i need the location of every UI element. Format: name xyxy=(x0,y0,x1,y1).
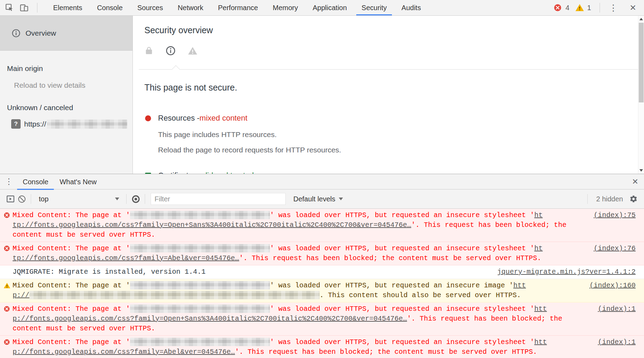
message-segment: ' was loaded over HTTPS, but requested a… xyxy=(270,211,534,219)
info-state-icon[interactable] xyxy=(165,45,176,57)
device-toolbar-icon[interactable] xyxy=(19,2,29,13)
tab-console[interactable]: Console xyxy=(90,0,130,15)
redacted-url xyxy=(130,305,270,313)
tab-performance[interactable]: Performance xyxy=(211,0,266,15)
scroll-down-icon[interactable] xyxy=(638,167,644,173)
dropdown-arrow-icon xyxy=(339,198,343,200)
drawer-menu-icon[interactable]: ⋮ xyxy=(0,177,17,186)
source-location-link[interactable]: (index):75 xyxy=(594,210,636,220)
tab-memory[interactable]: Memory xyxy=(265,0,305,15)
inspect-element-icon[interactable] xyxy=(4,2,15,13)
console-message-error: Mixed Content: The page at '' was loaded… xyxy=(0,209,644,242)
message-segment: Mixed Content: The page at ' xyxy=(13,281,130,289)
url-link[interactable]: ht xyxy=(534,244,543,252)
tab-security[interactable]: Security xyxy=(354,0,394,15)
source-location-link[interactable]: (index):160 xyxy=(589,281,636,291)
sidebar-item-overview[interactable]: Overview xyxy=(0,16,133,51)
live-expression-eye-icon[interactable] xyxy=(130,193,141,205)
dropdown-arrow-icon xyxy=(115,198,119,200)
security-headline: This page is not secure. xyxy=(144,82,644,93)
filter-input[interactable] xyxy=(151,193,286,205)
toolbar-separator xyxy=(31,194,31,204)
source-location-link[interactable]: (index):1 xyxy=(598,337,636,347)
hidden-messages-count[interactable]: 2 hidden xyxy=(596,195,623,203)
console-sidebar-toggle-icon[interactable] xyxy=(5,193,16,205)
message-segment: JQMIGRATE: Migrate is installed, version… xyxy=(13,268,206,276)
url-link[interactable]: p://fonts.googleapis.com/css?family=Open… xyxy=(13,315,407,323)
tab-application[interactable]: Application xyxy=(305,0,354,15)
message-segment: '. This request has been blocked; the xyxy=(407,315,562,323)
url-link[interactable]: htt xyxy=(534,338,547,346)
redacted-url xyxy=(130,211,270,219)
clear-console-icon[interactable] xyxy=(16,193,27,205)
drawer-tab-strip: ConsoleWhat's New xyxy=(17,174,102,189)
url-link[interactable]: ht xyxy=(534,211,543,219)
url-link[interactable]: htt xyxy=(534,305,547,313)
tab-audits[interactable]: Audits xyxy=(394,0,428,15)
page-title: Security overview xyxy=(144,25,644,36)
url-link[interactable]: p://fonts.googleapis.com/css?family=Abel… xyxy=(13,348,235,356)
devtools-toolbar: ElementsConsoleSourcesNetworkPerformance… xyxy=(0,0,644,16)
warning-count: 1 xyxy=(587,4,591,12)
error-icon xyxy=(3,304,13,334)
unknown-canceled-section: Unknown / canceled xyxy=(7,103,133,112)
url-link[interactable]: p:// xyxy=(13,291,29,299)
tab-sources[interactable]: Sources xyxy=(130,0,170,15)
console-settings-gear-icon[interactable] xyxy=(628,193,639,205)
drawer-tab-what-s-new[interactable]: What's New xyxy=(54,174,102,189)
security-overview-pane: Security overview xyxy=(133,16,644,174)
error-icon xyxy=(3,244,13,263)
tab-elements[interactable]: Elements xyxy=(46,0,90,15)
redacted-url xyxy=(29,291,320,299)
message-segment: Mixed Content: The page at ' xyxy=(13,211,130,219)
message-segment: Mixed Content: The page at ' xyxy=(13,244,130,252)
console-message-log: JQMIGRATE: Migrate is installed, version… xyxy=(0,265,644,279)
scrollbar-thumb[interactable] xyxy=(639,23,644,102)
section-divider xyxy=(139,69,638,70)
console-message-error: Mixed Content: The page at '' was loaded… xyxy=(0,336,644,358)
log-levels-value: Default levels xyxy=(293,195,335,203)
console-drawer: ⋮ ConsoleWhat's New ✕ top xyxy=(0,174,644,358)
certificate-status-row: Certificate - valid and trusted xyxy=(144,171,644,174)
message-segment: Mixed Content: The page at ' xyxy=(13,305,130,313)
url-link[interactable]: tp://fonts.googleapis.com/css?family=Ope… xyxy=(13,221,411,229)
source-location-link[interactable]: (index):1 xyxy=(598,304,636,314)
drawer-tab-console[interactable]: Console xyxy=(17,174,54,189)
url-link[interactable]: htt xyxy=(513,281,526,289)
url-link[interactable]: tp://fonts.googleapis.com/css?family=Abe… xyxy=(13,254,239,262)
main-scrollbar[interactable] xyxy=(638,16,644,174)
message-segment: '. This request has been blocked; the co… xyxy=(235,348,537,356)
toolbar-separator xyxy=(145,194,145,204)
more-options-icon[interactable]: ⋮ xyxy=(603,3,623,13)
tab-network[interactable]: Network xyxy=(170,0,210,15)
log-spacer xyxy=(3,267,13,277)
message-text: Mixed Content: The page at '' was loaded… xyxy=(13,244,592,263)
redacted-origin-url xyxy=(47,120,127,129)
toolbar-separator xyxy=(126,194,127,204)
warning-state-icon[interactable] xyxy=(188,46,198,57)
red-status-dot xyxy=(145,115,151,121)
error-icon xyxy=(3,210,13,240)
source-location-link[interactable]: (index):76 xyxy=(594,244,636,253)
log-levels-select[interactable]: Default levels xyxy=(293,195,343,203)
console-toolbar: top Default levels 2 hidden xyxy=(0,189,644,209)
error-count: 4 xyxy=(565,4,569,12)
warning-count-icon[interactable] xyxy=(574,2,585,13)
message-text: Mixed Content: The page at '' was loaded… xyxy=(13,337,592,357)
certificate-status: valid and trusted xyxy=(197,171,253,174)
sidebar-item-origin[interactable]: ? https:// xyxy=(11,119,133,129)
lock-icon[interactable] xyxy=(144,46,153,57)
console-message-error: Mixed Content: The page at '' was loaded… xyxy=(0,302,644,336)
resources-detail-1: This page includes HTTP resources. xyxy=(158,130,644,139)
message-segment: Mixed Content: The page at ' xyxy=(13,338,130,346)
error-count-icon[interactable] xyxy=(552,2,563,13)
message-text: Mixed Content: The page at '' was loaded… xyxy=(13,304,592,334)
close-drawer-icon[interactable]: ✕ xyxy=(627,177,644,186)
message-segment: content must be served over HTTPS. xyxy=(13,231,155,239)
message-segment: . This content should also be served ove… xyxy=(320,291,521,299)
scroll-up-icon[interactable] xyxy=(638,16,644,22)
execution-context-select[interactable]: top xyxy=(35,195,123,203)
source-location-link[interactable]: jquery-migrate.min.js?ver=1.4.1:2 xyxy=(497,267,636,277)
toolbar-separator xyxy=(37,3,37,13)
close-devtools-icon[interactable]: ✕ xyxy=(623,3,640,13)
